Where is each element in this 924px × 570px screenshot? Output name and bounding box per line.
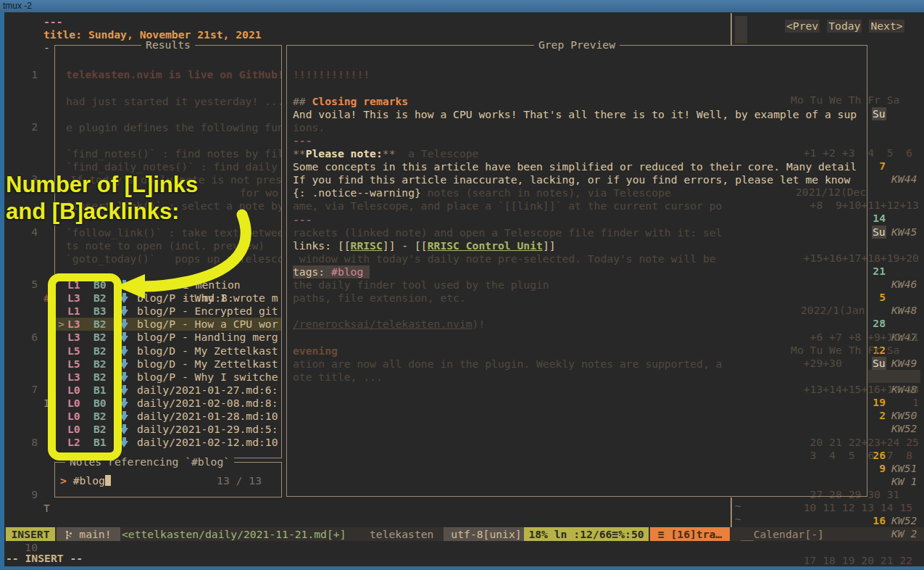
- gutter-row: 5 #: [19, 265, 38, 278]
- preview-paragraph: And voila! This is how a CPU works! That…: [293, 108, 857, 121]
- preview-tags-line: tags: #blog: [293, 265, 370, 278]
- bold-marker: **: [293, 147, 306, 160]
- calendar-saturday-faded: 8: [899, 449, 912, 461]
- git-branch-segment: main!: [57, 527, 120, 541]
- result-counter: 13 / 13: [217, 474, 262, 487]
- tag-blog[interactable]: #blog: [331, 265, 363, 278]
- links-label: links:: [293, 239, 338, 252]
- gutter-row: 1: [19, 54, 38, 67]
- text-cursor: [105, 475, 111, 486]
- preview-notice-line: {: .notice--warning} notes (search in no…: [293, 186, 671, 199]
- calendar-nav: <Prev Today Next>: [785, 20, 904, 33]
- gutter-row: 8: [19, 423, 38, 436]
- calendar-saturday-faded: 22: [899, 554, 912, 566]
- preview-paragraph: If you find this article inaccurate, lac…: [293, 173, 850, 186]
- annotation-highlight-box: [48, 273, 122, 460]
- showthrough-fragment: notes (search in notes), via Telescope: [421, 186, 671, 199]
- showthrough-line: rackets (linked note) and open a Telesco…: [293, 226, 722, 239]
- calendar-days-faded: 10 11 12 13 14: [804, 501, 900, 513]
- preview-heading: ## Closing remarks: [293, 95, 408, 108]
- calendar-sunday[interactable]: 2: [870, 409, 886, 422]
- line-number: 4: [31, 226, 38, 239]
- window-title: tmux -2: [3, 1, 32, 11]
- line-number: 2: [31, 120, 38, 133]
- encoding-segment: utf-8[unix]: [444, 527, 529, 541]
- window-separator[interactable]: [731, 13, 732, 46]
- prompt-panel-body: > #blog 13 / 13: [55, 463, 281, 497]
- line-number: 8: [31, 436, 38, 449]
- search-input[interactable]: > #blog: [60, 474, 111, 487]
- preview-hrule: ---: [293, 134, 312, 147]
- bracket: ]]: [543, 239, 556, 252]
- showthrough-fragment: for wo: [240, 186, 278, 199]
- line-number-gutter: 1 2 3 4 5 # 6: [19, 15, 38, 570]
- repo-tail: )!: [473, 318, 486, 330]
- showthrough-line: `goto_today()` pops up a Telesco: [66, 252, 281, 265]
- calendar-today-button[interactable]: Today: [827, 20, 862, 33]
- sunday-header: Su: [872, 357, 886, 370]
- sunday-header: Su: [872, 107, 886, 120]
- buffer-peek-char: T: [43, 502, 50, 515]
- bold-marker: **: [383, 147, 396, 160]
- note-text: Please note:: [306, 147, 383, 160]
- sunday-header: Su: [872, 226, 886, 239]
- calendar-saturday-faded: 15: [899, 501, 912, 513]
- command-line-mode-message: -- INSERT --: [6, 552, 83, 565]
- window-left-border: [0, 12, 4, 570]
- annotation-text-line1: Number of [L]inks: [6, 178, 198, 191]
- result-file-label: blog/P - Why I wrote m: [137, 292, 278, 305]
- calendar-sunday[interactable]: 16: [870, 514, 886, 527]
- gutter-row: 3: [19, 160, 38, 173]
- repo-link: /renerocksai/telekasten.nvim: [293, 318, 473, 330]
- gutter-row: 2: [19, 107, 38, 120]
- gutter-row: 9 T: [19, 475, 38, 488]
- empty-line-tilde: ~: [735, 500, 741, 513]
- calendar-week-number: KW52: [891, 422, 917, 435]
- calendar-prev-button[interactable]: <Prev: [785, 20, 820, 33]
- calendar-week-number: KW 1: [891, 475, 917, 488]
- showthrough-fragment: a Telescope: [396, 147, 479, 160]
- preview-note-line: **Please note:** a Telescope: [293, 147, 478, 160]
- showthrough-line: ation are now all done in the plugin. We…: [293, 358, 722, 371]
- result-file-label: blog/D - My Zettelkast: [137, 358, 278, 371]
- line-number: 9: [31, 488, 38, 501]
- window-titlebar[interactable]: tmux -2: [0, 0, 924, 12]
- preview-paragraph: Some concepts in this article have been …: [293, 160, 857, 173]
- showthrough-line: evening: [293, 344, 338, 358]
- calendar-sunday[interactable]: 9: [870, 462, 886, 475]
- line-number: 7: [31, 383, 38, 396]
- tmux-window: tmux -2 1 2 3 4 5: [0, 0, 924, 570]
- bracket: ]] - [[: [383, 239, 428, 252]
- showthrough-line: ame, via Telescope, and place a `[[link]…: [293, 199, 722, 212]
- showthrough-line: window with today's daily note pre-selec…: [293, 252, 716, 265]
- line-number: 5: [31, 278, 38, 291]
- showthrough-line: telekasten.nvim is live on GitHub!: [66, 68, 281, 81]
- showthrough-line: ions.: [293, 121, 325, 134]
- result-file-label: blog/P - How a CPU wor: [137, 318, 278, 331]
- gutter-row: 6: [19, 318, 38, 331]
- prompt-panel: Notes referencing `#blog` > #blog 13 / 1…: [54, 462, 282, 497]
- calendar-cursor-cell: [735, 16, 747, 44]
- buffer-line-frontmatter-open: ---: [43, 15, 63, 28]
- grep-preview-body: !!!!!!!!!!!! ## Closing remarks And voil…: [287, 46, 867, 496]
- calendar-sunday[interactable]: 23: [870, 567, 886, 570]
- showthrough-repo-line: /renerocksai/telekasten.nvim)!: [293, 318, 485, 331]
- result-file-label: daily/2021-02-12.md:10: [137, 436, 278, 449]
- gutter-row: 7 I: [19, 370, 38, 383]
- showthrough-line: ote title, ...: [293, 371, 383, 384]
- git-branch-icon: [65, 530, 72, 540]
- calendar-saturday-faded: 1: [906, 396, 919, 408]
- calendar-next-button[interactable]: Next>: [869, 20, 904, 33]
- wikilink-rrisc-control-unit[interactable]: RRISC Control Unit: [428, 239, 543, 252]
- line-number: 1: [31, 68, 38, 81]
- window-separator[interactable]: [731, 497, 732, 527]
- result-file-label: daily/2021-01-28.md:10: [137, 410, 278, 423]
- buffer-line-dash: -: [43, 41, 50, 54]
- tags-label: tags:: [293, 265, 331, 278]
- cursor-position-segment: 18% ln :12/66≡%:50: [524, 527, 649, 541]
- preview-bang-line: !!!!!!!!!!!!: [293, 68, 370, 81]
- wikilink-rrisc[interactable]: RRISC: [351, 239, 383, 252]
- result-file-label: blog/P - Why I switche: [137, 371, 278, 384]
- grep-preview-panel: Grep Preview !!!!!!!!!!!! ## Closing rem…: [286, 45, 867, 497]
- showthrough-line: `follow_link()` : take text between: [66, 226, 281, 239]
